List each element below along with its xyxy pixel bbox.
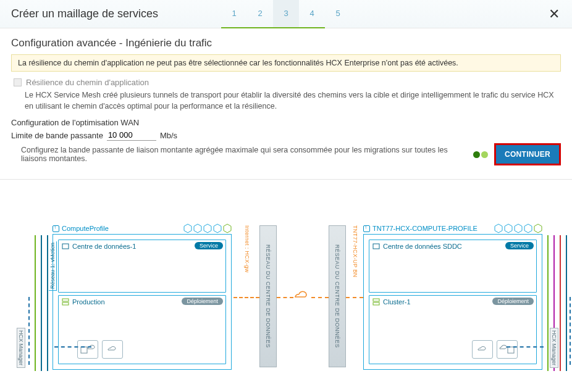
- svg-marker-1: [194, 224, 201, 233]
- svg-rect-7: [62, 302, 69, 305]
- left-cluster-name: Production: [72, 298, 105, 306]
- step-4[interactable]: 4: [299, 0, 325, 28]
- step-3[interactable]: 3: [273, 0, 299, 28]
- topology-diagram: ComputeProfile Réseau 1: vMotion Centre …: [0, 223, 572, 392]
- wizard-title: Créer un maillage de services: [11, 7, 158, 20]
- svg-rect-17: [508, 347, 514, 353]
- left-capability-icons: [183, 224, 232, 233]
- status-dots: [473, 151, 488, 158]
- step-5[interactable]: 5: [325, 0, 351, 28]
- bandwidth-limit-unit: Mb/s: [160, 131, 177, 140]
- right-profile-name: TNT77-HCX-COMPUTE-PROFILE: [372, 225, 477, 232]
- wan-section-title: Configuration de l'optimisation WAN: [0, 118, 572, 130]
- svg-rect-6: [62, 299, 69, 301]
- cluster-icon: [372, 298, 380, 306]
- rail-right-4: [566, 235, 567, 371]
- right-capability-icons: [494, 224, 542, 233]
- right-appliance-icons: [472, 340, 518, 359]
- resilience-description: Le HCX Service Mesh créé plusieurs tunne…: [0, 88, 572, 118]
- svg-marker-0: [184, 224, 191, 233]
- pillar-side-label-left: Internet : HCX-gw: [244, 225, 250, 273]
- page-subtitle: Configuration avancée - Ingénierie du tr…: [0, 28, 572, 54]
- svg-marker-9: [495, 224, 502, 233]
- appliance-icon: [497, 340, 518, 359]
- blue-conn-l1: [54, 346, 91, 348]
- cloud-icon: [292, 290, 313, 306]
- rail-left-3: [47, 235, 48, 371]
- right-datacenter-box: Centre de données SDDC Service: [369, 240, 537, 293]
- left-datacenter-name: Centre de données-1: [72, 243, 136, 250]
- right-datacenter-name: Centre de données SDDC: [383, 243, 462, 250]
- right-cluster-name: Cluster-1: [383, 298, 411, 306]
- wizard-steps: 1 2 3 4 5: [221, 0, 351, 28]
- svg-marker-2: [204, 224, 211, 233]
- svg-rect-14: [373, 244, 379, 249]
- cluster-icon: [62, 298, 69, 306]
- blue-conn-r1: [507, 346, 544, 348]
- left-cluster-box: Production Déploiement: [58, 295, 226, 364]
- resilience-checkbox-row: Résilience du chemin d'application: [0, 77, 572, 88]
- right-cluster-box: Cluster-1 Déploiement: [369, 295, 537, 364]
- profile-icon: [363, 225, 370, 232]
- dash-link-2: [277, 297, 293, 298]
- left-appliance-icons: [77, 340, 123, 359]
- left-profile: ComputeProfile Réseau 1: vMotion Centre …: [53, 223, 232, 370]
- step-2[interactable]: 2: [247, 0, 273, 28]
- hcx-manager-left: HCX Manager: [17, 328, 25, 368]
- rail-right-1: [547, 235, 549, 371]
- resilience-checkbox-label: Résilience du chemin d'application: [26, 78, 149, 87]
- rail-right-3: [560, 235, 561, 371]
- left-service-badge: Service: [195, 242, 223, 249]
- bandwidth-limit-label: Limite de bande passante: [11, 131, 103, 140]
- rail-left-2: [41, 235, 42, 371]
- right-profile: TNT77-HCX-COMPUTE-PROFILE Centre de donn…: [363, 223, 542, 370]
- right-service-badge: Service: [505, 242, 534, 249]
- close-icon[interactable]: ✕: [545, 6, 563, 22]
- dash-left: [28, 297, 30, 365]
- continue-button[interactable]: CONTINUER: [494, 143, 561, 165]
- svg-marker-11: [515, 224, 522, 233]
- right-deploy-badge: Déploiement: [492, 298, 534, 305]
- profile-icon: [53, 225, 59, 232]
- bandwidth-limit-input[interactable]: [107, 130, 156, 141]
- step-1[interactable]: 1: [221, 0, 247, 28]
- left-deploy-badge: Déploiement: [182, 298, 223, 305]
- svg-rect-16: [373, 302, 379, 305]
- bandwidth-help-text: Configurez la bande passante de liaison …: [21, 146, 473, 163]
- datacenter-icon: [62, 243, 69, 250]
- datacenter-icon: [372, 243, 380, 250]
- svg-rect-5: [62, 244, 69, 249]
- appliance-icon: [77, 340, 98, 359]
- left-net-label-1: Réseau 1: vMotion: [49, 241, 57, 291]
- svg-rect-15: [373, 299, 379, 301]
- dash-link-1: [233, 297, 259, 298]
- warning-banner: La résilience du chemin d'application ne…: [11, 54, 561, 72]
- center-pillar-right: RÉSEAU DU CENTRE DE DONNÉES: [329, 225, 346, 367]
- dash-right: [570, 297, 571, 365]
- left-profile-name: ComputeProfile: [62, 225, 109, 232]
- cloud-appliance-icon: [472, 340, 493, 359]
- center-pillar-left: RÉSEAU DU CENTRE DE DONNÉES: [259, 225, 277, 367]
- resilience-checkbox: [14, 78, 22, 86]
- hcx-manager-right: HCX Manager: [550, 328, 558, 368]
- dash-link-4: [346, 297, 363, 298]
- rail-left-1: [35, 235, 36, 371]
- svg-rect-8: [81, 347, 87, 353]
- dash-link-3: [311, 297, 329, 298]
- svg-marker-10: [505, 224, 512, 233]
- left-datacenter-box: Réseau 1: vMotion Centre de données-1 Se…: [58, 240, 226, 293]
- cloud-appliance-icon: [102, 340, 123, 359]
- svg-marker-3: [214, 224, 221, 233]
- svg-marker-4: [224, 224, 231, 233]
- svg-marker-13: [534, 224, 542, 233]
- svg-marker-12: [524, 224, 532, 233]
- pillar-side-label-right: TNT77-HCX-UP BN: [352, 225, 358, 277]
